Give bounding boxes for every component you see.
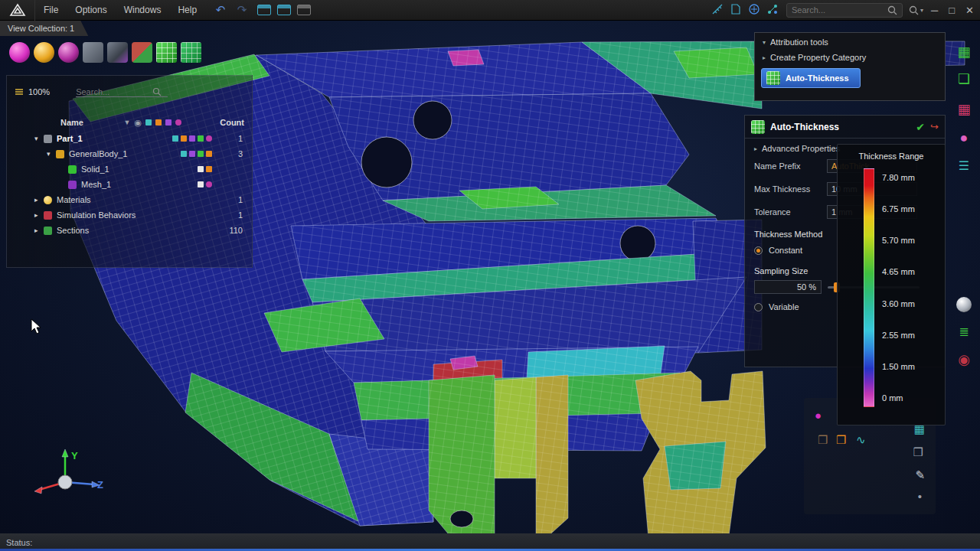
name-column-header[interactable]: Name	[60, 118, 83, 127]
orange-badge-icon[interactable]	[155, 119, 162, 126]
orbit-icon[interactable]	[748, 3, 760, 18]
orange-cube-icon[interactable]: ❒	[836, 433, 846, 447]
tree-row-materials[interactable]: ▸ Materials 1	[7, 192, 252, 207]
purple-badge-icon[interactable]	[165, 119, 172, 126]
sampling-value[interactable]: 50 %	[754, 280, 822, 294]
minimize-button[interactable]: ─	[931, 5, 938, 16]
auto-thickness-button[interactable]: Auto-Thickness	[761, 68, 861, 88]
layers-tool-icon[interactable]: ≣	[954, 321, 974, 341]
confirm-icon[interactable]: ✔	[916, 121, 925, 133]
expander-icon[interactable]: ▸	[34, 227, 44, 234]
layout-stack-icon[interactable]	[297, 5, 311, 15]
attribution-tools-panel: ▾ Attribution tools ▸ Create Property Ca…	[754, 32, 946, 101]
layout-split-icon[interactable]	[277, 5, 291, 15]
tree-row-label: GeneralBody_1	[69, 149, 127, 158]
global-search-input[interactable]	[792, 5, 887, 15]
undo-icon[interactable]: ↶	[213, 3, 228, 17]
expander-icon[interactable]: ▾	[47, 150, 56, 158]
menu-file[interactable]: File	[35, 0, 67, 21]
redo-icon[interactable]: ↷	[234, 3, 250, 17]
measure-icon[interactable]	[711, 3, 724, 18]
legend-title: Thickness Range	[838, 145, 945, 161]
tolerance-label: Tolerance	[754, 207, 827, 217]
nodes-icon[interactable]	[766, 3, 779, 18]
row-badges	[198, 181, 212, 187]
gold-sphere-icon[interactable]	[34, 42, 54, 63]
legend-color-bar	[864, 168, 874, 407]
legend-label: 0 mm	[882, 393, 915, 403]
thickness-range-legend: Thickness Range 7.80 mm 6.75 mm 5.70 mm …	[837, 144, 946, 425]
curve-icon[interactable]: ∿	[856, 433, 866, 447]
constant-label: Constant	[769, 246, 802, 255]
green-mesh-cube2-icon[interactable]	[181, 42, 201, 63]
boxes-icon[interactable]: ❒	[913, 445, 923, 459]
tree-row-mesh[interactable]: Mesh_1	[7, 177, 252, 192]
radio-variable[interactable]	[754, 303, 763, 311]
slate-cubes-icon[interactable]	[107, 42, 128, 63]
tree-row-solid[interactable]: Solid_1	[7, 161, 252, 177]
tree-row-label: Simulation Behaviors	[57, 210, 136, 220]
sphere-tool-icon[interactable]	[954, 295, 974, 315]
layout-panel-icon[interactable]	[257, 5, 271, 15]
visibility-icon[interactable]: ◉	[134, 118, 142, 128]
add-mesh-icon[interactable]: ▦	[954, 42, 974, 62]
close-button[interactable]: ✕	[965, 5, 974, 16]
paint-spheres-icon[interactable]	[9, 42, 30, 63]
tree-search-input[interactable]	[76, 87, 152, 96]
expander-icon[interactable]: ▸	[34, 196, 44, 204]
dot-icon[interactable]: •	[918, 490, 922, 503]
menubar: File Options Windows Help ↶ ↷ ▾ ─ □ ✕	[0, 0, 980, 21]
legend-label: 5.70 mm	[882, 236, 915, 245]
tree-row-generalbody[interactable]: ▾ GeneralBody_1 3	[7, 146, 252, 161]
export-page-icon[interactable]	[730, 3, 742, 18]
tree-row-count: 3	[238, 149, 243, 158]
tree-row-count: 1	[238, 210, 243, 220]
pencil-icon[interactable]: ✎	[915, 468, 925, 482]
red-mesh-icon[interactable]: ▦	[954, 99, 974, 119]
menu-options[interactable]: Options	[67, 0, 115, 21]
zoom-level[interactable]: 100%	[28, 87, 50, 96]
tree-row-count: 1	[238, 134, 243, 143]
magenta-ball-icon[interactable]: ●	[815, 409, 822, 422]
mesh-icon	[68, 181, 77, 189]
radio-constant[interactable]	[754, 246, 763, 255]
magenta-badge-icon[interactable]	[175, 119, 181, 126]
expander-icon[interactable]: ▾	[34, 135, 44, 142]
advanced-properties-label: Advanced Properties	[762, 144, 840, 153]
slate-cube-icon[interactable]	[83, 42, 103, 63]
search-mode-icon[interactable]: ▾	[909, 5, 923, 15]
tree-row-sections[interactable]: ▸ Sections 110	[7, 223, 252, 238]
name-prefix-label: Name Prefix	[754, 161, 827, 171]
teal-badge-icon[interactable]	[145, 119, 152, 126]
chevron-right-icon[interactable]: ▸	[754, 145, 757, 152]
count-column-header[interactable]: Count	[220, 118, 244, 127]
view-collection-tab[interactable]: View Collection: 1	[0, 21, 88, 36]
filter-icon[interactable]: ▼	[123, 119, 130, 126]
export-icon[interactable]: ↪	[930, 121, 939, 132]
create-property-category-label: Create Property Category	[770, 53, 866, 62]
layers-icon	[15, 87, 24, 96]
green-mesh-cube-icon[interactable]	[156, 42, 177, 63]
legend-label: 3.60 mm	[882, 299, 915, 308]
section-tool-icon[interactable]: ◉	[954, 350, 974, 370]
svg-text:Z: Z	[97, 479, 103, 491]
tree-filter-icons: ▼ ◉	[123, 118, 181, 128]
tree-row-label: Solid_1	[81, 165, 109, 174]
menu-help[interactable]: Help	[169, 0, 205, 21]
tree-row-count: 1	[238, 195, 243, 204]
body-folder-icon	[56, 150, 64, 158]
pink-mesh-ball-icon[interactable]: ●	[954, 128, 974, 148]
multi-cubes-icon[interactable]	[132, 42, 152, 63]
list-tool-icon[interactable]: ☰	[954, 155, 974, 175]
magenta-sphere-icon[interactable]	[58, 42, 79, 63]
tree-row-part[interactable]: ▾ Part_1 1	[7, 131, 252, 146]
cube-icon[interactable]: ❒	[818, 433, 828, 447]
export-cube-icon[interactable]: ❏	[954, 69, 974, 89]
chevron-right-icon[interactable]: ▸	[763, 54, 766, 61]
app-logo-icon	[0, 0, 35, 21]
chevron-down-icon[interactable]: ▾	[763, 39, 766, 46]
menu-windows[interactable]: Windows	[116, 0, 170, 21]
expander-icon[interactable]: ▸	[34, 211, 44, 219]
maximize-button[interactable]: □	[949, 5, 955, 16]
tree-row-simulation-behaviors[interactable]: ▸ Simulation Behaviors 1	[7, 207, 252, 223]
